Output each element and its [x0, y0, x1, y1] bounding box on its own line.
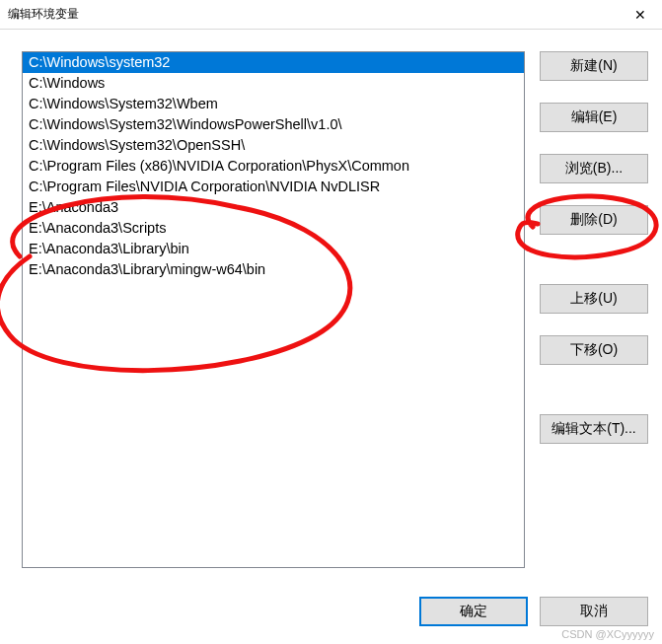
close-button[interactable]: ✕	[618, 0, 662, 30]
cancel-button[interactable]: 取消	[540, 597, 648, 626]
delete-button[interactable]: 删除(D)	[540, 205, 648, 235]
dialog-footer: 确定 取消	[419, 597, 648, 626]
edit-text-button[interactable]: 编辑文本(T)...	[540, 414, 648, 444]
edit-button[interactable]: 编辑(E)	[540, 103, 648, 132]
new-button[interactable]: 新建(N)	[540, 51, 648, 81]
titlebar: 编辑环境变量 ✕	[0, 0, 662, 30]
button-column: 新建(N) 编辑(E) 浏览(B)... 删除(D) 上移(U) 下移(O) 编…	[540, 51, 648, 444]
list-item[interactable]: C:\Program Files\NVIDIA Corporation\NVID…	[23, 177, 524, 197]
list-item[interactable]: C:\Program Files (x86)\NVIDIA Corporatio…	[23, 156, 524, 177]
window-title: 编辑环境变量	[8, 6, 79, 23]
move-up-button[interactable]: 上移(U)	[540, 284, 648, 314]
list-item[interactable]: C:\Windows\System32\OpenSSH\	[23, 135, 524, 156]
list-item[interactable]: E:\Anaconda3\Library\mingw-w64\bin	[23, 259, 524, 280]
move-down-button[interactable]: 下移(O)	[540, 335, 648, 365]
list-item[interactable]: C:\Windows	[23, 73, 524, 94]
list-item[interactable]: E:\Anaconda3\Scripts	[23, 218, 524, 239]
ok-button[interactable]: 确定	[419, 597, 528, 626]
watermark: CSDN @XCyyyyyy	[561, 628, 654, 640]
list-item[interactable]: C:\Windows\system32	[23, 52, 524, 73]
list-item[interactable]: C:\Windows\System32\WindowsPowerShell\v1…	[23, 114, 524, 135]
path-listbox[interactable]: C:\Windows\system32 C:\Windows C:\Window…	[22, 51, 525, 568]
list-item[interactable]: E:\Anaconda3\Library\bin	[23, 239, 524, 259]
list-item[interactable]: C:\Windows\System32\Wbem	[23, 94, 524, 114]
close-icon: ✕	[634, 7, 646, 23]
browse-button[interactable]: 浏览(B)...	[540, 154, 648, 183]
list-item[interactable]: E:\Anaconda3	[23, 197, 524, 218]
